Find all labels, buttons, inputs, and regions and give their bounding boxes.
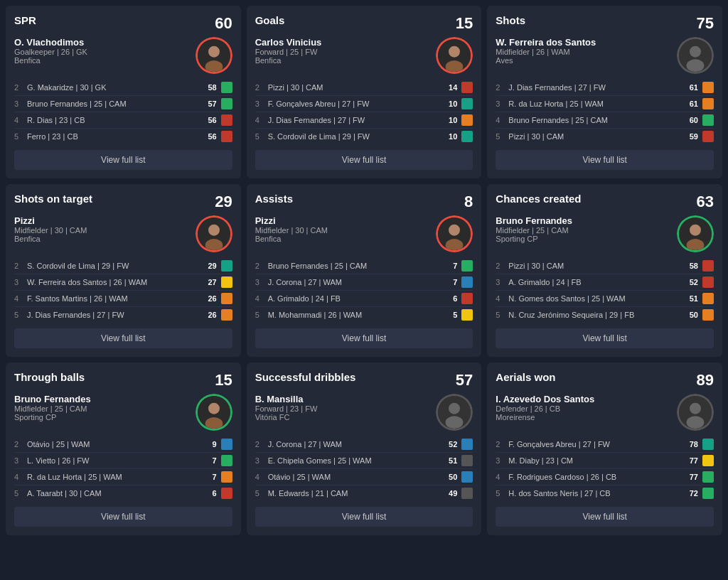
player-score: 26 bbox=[208, 294, 216, 303]
card-through-balls: Through balls 15 Bruno Fernandes Midfiel… bbox=[6, 362, 241, 535]
avatar-img bbox=[196, 215, 232, 252]
player-score: 26 bbox=[208, 311, 216, 319]
card-header: Through balls 15 bbox=[14, 371, 232, 390]
player-avatar bbox=[436, 37, 473, 74]
player-row: 3 R. da Luz Horta | 25 | WAM 61 bbox=[496, 96, 714, 112]
view-full-list-button[interactable]: View full list bbox=[255, 507, 473, 527]
player-name: E. Chipela Gomes | 25 | WAM bbox=[268, 456, 449, 465]
top-player-club: Aves bbox=[496, 56, 671, 65]
player-row: 2 Pizzi | 30 | CAM 14 bbox=[255, 80, 473, 96]
top-player-row: Bruno Fernandes Midfielder | 25 | CAM Sp… bbox=[496, 215, 714, 252]
card-assists: Assists 8 Pizzi Midfielder | 30 | CAM Be… bbox=[247, 184, 482, 357]
card-goals: Goals 15 Carlos Vinicius Forward | 25 | … bbox=[247, 6, 482, 178]
player-score: 60 bbox=[690, 116, 698, 124]
view-full-list-button[interactable]: View full list bbox=[255, 328, 473, 348]
top-player-meta: Midfielder | 30 | CAM bbox=[14, 226, 190, 235]
player-rank: 4 bbox=[14, 294, 24, 303]
top-player-info: W. Ferreira dos Santos Midfielder | 26 |… bbox=[496, 37, 671, 65]
player-row: 3 W. Ferreira dos Santos | 26 | WAM 27 bbox=[14, 274, 232, 291]
player-name: H. dos Santos Neris | 27 | CB bbox=[508, 489, 689, 498]
player-row: 5 H. dos Santos Neris | 27 | CB 72 bbox=[496, 485, 714, 501]
player-score: 51 bbox=[449, 456, 457, 465]
card-header: Assists 8 bbox=[255, 193, 473, 211]
card-header: SPR 60 bbox=[14, 14, 232, 33]
svg-point-1 bbox=[208, 46, 220, 58]
club-badge bbox=[461, 488, 473, 499]
card-title: Chances created bbox=[496, 193, 581, 205]
player-name: Bruno Fernandes | 25 | CAM bbox=[27, 100, 208, 108]
club-badge bbox=[221, 276, 232, 288]
player-name: R. da Luz Horta | 25 | WAM bbox=[508, 100, 689, 108]
player-list: 2 J. Dias Fernandes | 27 | FW 61 3 R. da… bbox=[496, 80, 714, 144]
player-score: 56 bbox=[208, 132, 216, 141]
player-rank: 5 bbox=[14, 489, 24, 498]
player-rank: 5 bbox=[496, 311, 505, 319]
player-avatar bbox=[196, 37, 232, 74]
player-row: 5 Ferro | 23 | CB 56 bbox=[14, 129, 232, 144]
top-player-row: B. Mansilla Forward | 23 | FW Vitória FC bbox=[255, 394, 473, 431]
top-player-club: Benfica bbox=[255, 235, 431, 243]
player-row: 5 M. Mohammadi | 26 | WAM 5 bbox=[255, 307, 473, 323]
view-full-list-button[interactable]: View full list bbox=[496, 328, 714, 348]
club-badge bbox=[702, 471, 714, 483]
player-row: 2 F. Gonçalves Abreu | 27 | FW 78 bbox=[496, 436, 714, 453]
player-rank: 2 bbox=[14, 262, 24, 270]
player-score: 6 bbox=[453, 294, 457, 303]
club-badge bbox=[702, 131, 714, 142]
player-score: 56 bbox=[208, 116, 216, 124]
player-avatar bbox=[196, 394, 232, 431]
player-rank: 3 bbox=[14, 456, 24, 465]
club-badge bbox=[702, 293, 714, 304]
view-full-list-button[interactable]: View full list bbox=[255, 150, 473, 170]
club-badge bbox=[221, 114, 232, 126]
player-name: Otávio | 25 | WAM bbox=[268, 473, 449, 481]
avatar-img bbox=[196, 394, 232, 431]
player-score: 7 bbox=[453, 278, 457, 286]
club-badge bbox=[461, 439, 473, 450]
club-badge bbox=[461, 293, 473, 304]
player-name: S. Cordovil de Lima | 29 | FW bbox=[27, 262, 208, 270]
player-list: 2 S. Cordovil de Lima | 29 | FW 29 3 W. … bbox=[14, 258, 232, 323]
card-top-score: 8 bbox=[464, 193, 473, 211]
avatar-img bbox=[436, 215, 473, 252]
player-name: J. Corona | 27 | WAM bbox=[268, 440, 449, 449]
player-rank: 5 bbox=[255, 489, 265, 498]
club-badge bbox=[702, 114, 714, 126]
top-player-info: I. Azevedo Dos Santos Defender | 26 | CB… bbox=[496, 394, 671, 421]
player-name: R. Dias | 23 | CB bbox=[27, 116, 208, 124]
card-title: Goals bbox=[255, 14, 285, 26]
avatar-img bbox=[677, 37, 714, 74]
view-full-list-button[interactable]: View full list bbox=[496, 507, 714, 527]
player-name: J. Dias Fernandes | 27 | FW bbox=[268, 116, 449, 124]
player-name: Pizzi | 30 | CAM bbox=[268, 83, 449, 92]
player-row: 4 A. Grimaldo | 24 | FB 6 bbox=[255, 291, 473, 307]
top-player-meta: Forward | 25 | FW bbox=[255, 48, 431, 56]
svg-point-26 bbox=[687, 416, 705, 429]
club-badge bbox=[461, 131, 473, 142]
top-player-info: O. Vlachodimos Goalkeeper | 26 | GK Benf… bbox=[14, 37, 190, 65]
player-avatar bbox=[677, 215, 714, 252]
card-spr: SPR 60 O. Vlachodimos Goalkeeper | 26 | … bbox=[6, 6, 241, 178]
view-full-list-button[interactable]: View full list bbox=[14, 507, 232, 527]
player-score: 57 bbox=[208, 100, 216, 108]
player-row: 5 Pizzi | 30 | CAM 59 bbox=[496, 129, 714, 144]
player-row: 5 J. Dias Fernandes | 27 | FW 26 bbox=[14, 307, 232, 323]
view-full-list-button[interactable]: View full list bbox=[14, 328, 232, 348]
player-rank: 3 bbox=[255, 278, 265, 286]
view-full-list-button[interactable]: View full list bbox=[14, 150, 232, 170]
card-top-score: 89 bbox=[697, 371, 714, 390]
player-name: S. Cordovil de Lima | 29 | FW bbox=[268, 132, 449, 141]
player-rank: 5 bbox=[496, 489, 505, 498]
top-player-meta: Midfielder | 25 | CAM bbox=[496, 226, 671, 235]
player-name: N. Cruz Jerónimo Sequeira | 29 | FB bbox=[508, 311, 689, 319]
player-avatar bbox=[196, 215, 232, 252]
club-badge bbox=[702, 439, 714, 450]
view-full-list-button[interactable]: View full list bbox=[496, 150, 714, 170]
top-player-info: B. Mansilla Forward | 23 | FW Vitória FC bbox=[255, 394, 431, 421]
top-player-meta: Goalkeeper | 26 | GK bbox=[14, 48, 190, 56]
player-rank: 2 bbox=[496, 262, 505, 270]
svg-point-7 bbox=[690, 46, 701, 58]
player-row: 3 J. Corona | 27 | WAM 7 bbox=[255, 274, 473, 291]
player-score: 7 bbox=[453, 262, 457, 270]
player-name: F. Gonçalves Abreu | 27 | FW bbox=[508, 440, 689, 449]
